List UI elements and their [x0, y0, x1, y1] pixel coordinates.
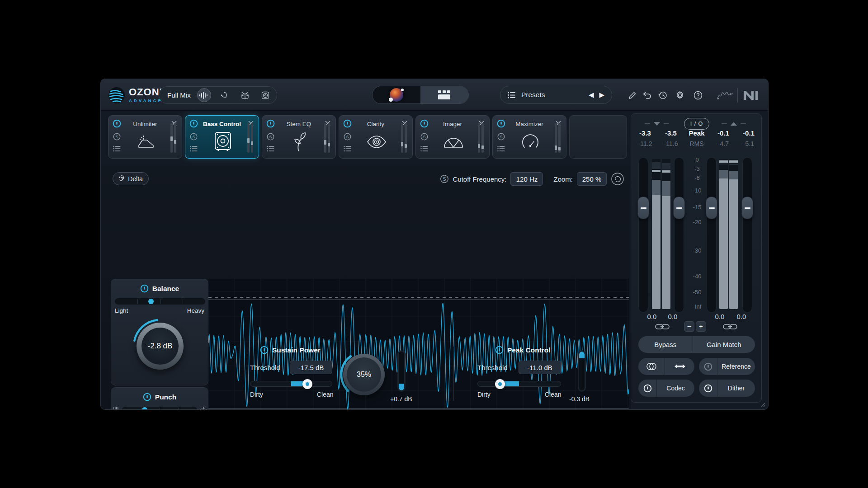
output-gain-r[interactable]: 0.0: [732, 313, 750, 320]
output-gain-fader[interactable]: [742, 157, 752, 313]
resize-grip[interactable]: [759, 401, 765, 407]
sustain-threshold-value[interactable]: -17.5 dB: [290, 361, 332, 374]
dither-power-icon[interactable]: [699, 380, 717, 397]
cutoff-frequency-value[interactable]: 120 Hz: [510, 172, 543, 186]
zoom-value[interactable]: 250 %: [577, 172, 607, 186]
bypass-button[interactable]: Bypass: [638, 336, 693, 353]
help-icon[interactable]: [693, 90, 703, 101]
peak-control-header: Peak Control: [495, 346, 551, 354]
input-gain-fader[interactable]: [674, 157, 684, 313]
menu-icon[interactable]: [344, 145, 352, 152]
solo-icon[interactable]: S: [113, 133, 121, 141]
sustain-power-icon[interactable]: [260, 346, 269, 354]
solo-icon[interactable]: S: [344, 133, 351, 141]
preset-next-button[interactable]: ▶: [599, 91, 604, 99]
output-gain-l[interactable]: 0.0: [711, 313, 729, 320]
preset-prev-button[interactable]: ◀: [589, 91, 594, 99]
solo-cutoff-icon[interactable]: S: [440, 174, 449, 183]
settings-gear-icon[interactable]: [675, 90, 685, 101]
input-gain-l[interactable]: 0.0: [643, 313, 661, 320]
source-selector: Full Mix: [159, 86, 277, 104]
reset-zoom-icon[interactable]: [611, 172, 624, 186]
input-gain-header[interactable]: [645, 122, 669, 126]
bass-icon[interactable]: [258, 88, 272, 102]
peak-control-title: Peak Control: [507, 346, 551, 354]
input-gain-r[interactable]: 0.0: [664, 313, 682, 320]
fader-handle[interactable]: [637, 197, 649, 219]
codec-power-icon[interactable]: [638, 380, 656, 397]
meter-scale-label: -20: [686, 219, 708, 225]
peak-character-slider[interactable]: [477, 381, 561, 387]
output-link-icon[interactable]: [722, 323, 738, 331]
solo-icon[interactable]: S: [267, 133, 274, 141]
punch-slider-handle[interactable]: [142, 407, 147, 410]
swap-channels-button[interactable]: [665, 358, 694, 375]
input-collapse-icon[interactable]: [654, 122, 660, 126]
fader-handle[interactable]: [706, 197, 717, 219]
mix-mode-label[interactable]: Full Mix: [167, 91, 191, 99]
module-tab-stem-eq[interactable]: Stem EQS: [262, 115, 336, 159]
module-tab-empty[interactable]: [569, 115, 627, 159]
punch-slider[interactable]: [122, 407, 197, 410]
vocal-icon[interactable]: [217, 88, 231, 102]
solo-icon[interactable]: S: [420, 133, 428, 141]
zoom-in-meters-button[interactable]: +: [696, 321, 706, 332]
codec-button[interactable]: Codec: [656, 380, 694, 397]
fader-handle[interactable]: [673, 197, 685, 219]
sustain-amount-knob[interactable]: 35%: [343, 354, 385, 395]
menu-icon[interactable]: [267, 145, 275, 152]
dither-button[interactable]: Dither: [717, 380, 755, 397]
input-link-icon[interactable]: [655, 323, 670, 331]
module-tab-imager[interactable]: ImagerS: [415, 115, 490, 159]
sustain-power-title: Sustain Power: [272, 346, 321, 354]
sustain-gain-value: +0.7 dB: [390, 395, 412, 403]
output-gain-fader[interactable]: [707, 157, 717, 313]
view-toggle[interactable]: [372, 86, 469, 104]
history-icon[interactable]: [657, 90, 668, 101]
visualizer-view-button[interactable]: [373, 86, 420, 103]
balance-slider-handle[interactable]: [148, 299, 154, 304]
peak-control-power-icon[interactable]: [495, 346, 504, 354]
menu-icon[interactable]: [113, 145, 121, 152]
mono-button[interactable]: [638, 358, 665, 375]
input-gain-fader[interactable]: [638, 157, 648, 313]
solo-icon[interactable]: S: [190, 133, 198, 141]
sustain-slider-handle[interactable]: [302, 379, 312, 389]
modules-view-button[interactable]: [420, 86, 468, 103]
presets-selector[interactable]: Presets ◀ ▶: [500, 86, 612, 104]
drums-icon[interactable]: [238, 88, 252, 102]
menu-icon[interactable]: [190, 145, 198, 152]
punch-power-icon[interactable]: [143, 393, 151, 401]
peak-label[interactable]: Peak: [683, 129, 711, 137]
level-meter-in-l: [652, 159, 660, 309]
delta-button[interactable]: Delta: [113, 172, 149, 185]
full-mix-icon[interactable]: [197, 88, 212, 102]
module-tab-bass-control[interactable]: Bass ControlS: [185, 115, 259, 159]
peak-threshold-value[interactable]: -11.0 dB: [519, 361, 561, 374]
top-bar: OZONE ADVANCED Full Mix: [101, 79, 768, 111]
module-tab-maximizer[interactable]: MaximizerS: [492, 115, 566, 159]
reference-power-icon[interactable]: [699, 358, 717, 375]
io-button[interactable]: I / O: [684, 118, 709, 130]
rms-label[interactable]: RMS: [683, 140, 711, 147]
meter-scale-label: -6: [686, 174, 708, 181]
zoom-out-meters-button[interactable]: −: [684, 321, 694, 332]
module-tab-clarity[interactable]: ClarityS: [339, 115, 413, 159]
sustain-character-slider[interactable]: [250, 381, 332, 387]
menu-icon[interactable]: [420, 145, 429, 152]
balance-power-icon[interactable]: [140, 284, 149, 293]
balance-slider[interactable]: [115, 298, 205, 305]
peak-readout-row: -3.3 -3.5 Peak -0.1 -0.1: [631, 129, 761, 137]
undo-icon[interactable]: [642, 90, 652, 101]
reference-button[interactable]: Reference: [717, 358, 755, 375]
output-expand-icon[interactable]: [731, 122, 737, 126]
module-tab-unlimiter[interactable]: UnlimiterS: [108, 115, 182, 159]
waveform-display[interactable]: [208, 279, 629, 410]
solo-icon[interactable]: S: [497, 133, 505, 141]
fader-handle[interactable]: [741, 197, 753, 219]
balance-knob[interactable]: -2.8 dB: [137, 323, 184, 370]
edit-icon[interactable]: [627, 90, 638, 101]
menu-icon[interactable]: [497, 145, 505, 152]
output-gain-header[interactable]: [722, 122, 746, 126]
gain-match-button[interactable]: Gain Match: [693, 336, 755, 353]
